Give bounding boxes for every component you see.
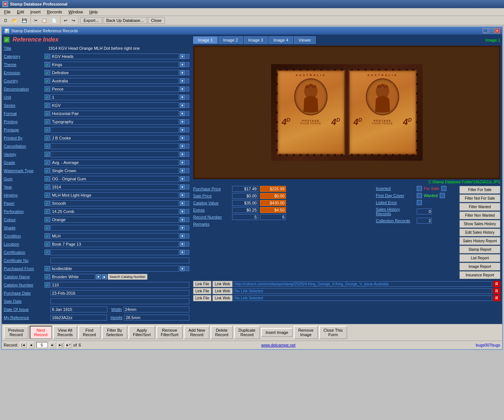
record-number-label[interactable]: Record Number [193, 215, 230, 219]
variety-checkbox[interactable] [45, 152, 50, 157]
maximize-button[interactable]: □ [489, 28, 494, 33]
reference-checkbox[interactable]: ✓ [4, 37, 10, 43]
shade-dropdown[interactable]: ▼ [180, 225, 185, 230]
link-web-3[interactable]: Link Web [212, 295, 233, 301]
location-input[interactable] [51, 241, 179, 247]
height-label[interactable]: Height [111, 315, 123, 320]
category-label[interactable]: Category [4, 54, 45, 59]
shade-scroll[interactable] [186, 225, 189, 230]
colour-input[interactable] [51, 217, 179, 223]
watermark-checkbox[interactable] [45, 168, 50, 173]
link-file-3[interactable]: Link File [193, 295, 211, 301]
menu-edit[interactable]: Edit [15, 9, 26, 15]
grade-label[interactable]: Grade [4, 160, 45, 165]
catalog-value-label[interactable]: Catalog Value [193, 201, 230, 205]
purchase-price-label[interactable]: Purchase Price [193, 187, 230, 191]
purchase-date-input[interactable] [51, 290, 189, 296]
toolbar-save[interactable]: 💾 [20, 17, 29, 24]
condition-label[interactable]: Condition [4, 234, 45, 238]
category-input[interactable] [51, 53, 179, 59]
format-dropdown[interactable]: ▼ [180, 111, 185, 116]
unit-label[interactable]: Unit [4, 95, 45, 99]
next-record-button[interactable]: NextRecord [30, 326, 52, 339]
date-of-issue-label[interactable]: Date Of Issue [4, 307, 45, 312]
printage-checkbox[interactable] [45, 127, 50, 132]
grade-checkbox[interactable] [45, 160, 50, 165]
gum-input[interactable] [51, 176, 179, 182]
cancellation-scroll[interactable] [186, 144, 189, 149]
extras-label[interactable]: Extras [193, 208, 230, 212]
add-new-record-button[interactable]: Add NewRecord [184, 326, 209, 339]
close-button[interactable]: ✕ [495, 28, 500, 33]
cert-no-label[interactable]: Certificate No [4, 258, 45, 263]
image-tab-3[interactable]: Image 3 [244, 36, 268, 44]
printed-by-input[interactable] [51, 135, 179, 141]
edit-sales-history-button[interactable]: Edit Sales History [459, 229, 500, 236]
category-dropdown[interactable]: ▼ [180, 54, 185, 59]
menu-records[interactable]: Records [45, 9, 64, 15]
view-all-records-button[interactable]: View AllRecords [53, 326, 77, 339]
record-number-left[interactable] [232, 214, 258, 220]
image-tab-4[interactable]: Image 4 [269, 36, 293, 44]
image-report-button[interactable]: Image Report [459, 263, 500, 270]
toolbar-export[interactable]: Export... [80, 17, 102, 24]
certification-checkbox[interactable] [45, 250, 50, 255]
watermark-scroll[interactable] [186, 168, 189, 173]
filter-not-for-sale-button[interactable]: Filter Not For Sale [459, 194, 500, 202]
perforation-scroll[interactable] [186, 209, 189, 214]
insert-image-button[interactable]: Insert Image [261, 328, 293, 337]
perforation-input[interactable] [51, 209, 179, 214]
theme-checkbox[interactable] [45, 62, 50, 67]
country-dropdown[interactable]: ▼ [180, 78, 185, 83]
for-sale-label[interactable]: For Sale [424, 186, 439, 191]
paper-checkbox[interactable] [45, 201, 50, 206]
colour-label[interactable]: Colour [4, 217, 45, 222]
stamp-report-button[interactable]: Stamp Report [459, 246, 500, 253]
listed-error-label[interactable]: Listed Error [376, 200, 415, 205]
minimize-button[interactable]: _ [483, 28, 488, 33]
location-dropdown[interactable]: ▼ [180, 242, 185, 247]
for-sale-checkbox[interactable] [441, 186, 446, 191]
catalog-name-checkbox[interactable] [45, 274, 50, 279]
gum-dropdown[interactable]: ▼ [180, 176, 185, 181]
grade-input[interactable] [51, 160, 179, 165]
paper-scroll[interactable] [186, 201, 189, 206]
toolbar-close[interactable]: Close [148, 17, 165, 24]
year-input[interactable] [51, 184, 179, 190]
menu-window[interactable]: Window [66, 9, 85, 15]
hinging-input[interactable] [51, 192, 179, 198]
extras-left[interactable] [232, 207, 258, 213]
search-catalog-number-button[interactable]: Search Catalog Number [108, 274, 147, 280]
menu-insert[interactable]: Insert [28, 9, 43, 15]
denomination-checkbox[interactable] [45, 86, 50, 92]
menu-file[interactable]: File [2, 9, 13, 15]
current-record-input[interactable] [36, 342, 48, 348]
hinging-label[interactable]: Hinging [4, 193, 45, 197]
denomination-input[interactable] [51, 86, 179, 92]
cert-no-input[interactable] [51, 257, 189, 263]
country-scroll[interactable] [186, 78, 189, 83]
series-scroll[interactable] [186, 103, 189, 108]
remarks-label[interactable]: Remarks [193, 222, 209, 226]
toolbar-backup[interactable]: Back Up Database... [103, 17, 147, 24]
catalog-number-checkbox[interactable] [45, 282, 50, 288]
purchased-from-input[interactable] [51, 266, 179, 272]
sale-price-left[interactable] [232, 193, 258, 199]
catalog-name-input[interactable] [51, 274, 95, 280]
format-label[interactable]: Format [4, 111, 45, 116]
link-remove-1[interactable]: R [493, 281, 500, 287]
find-record-button[interactable]: FindRecord [78, 326, 101, 339]
shade-checkbox[interactable] [45, 225, 50, 230]
toolbar-redo[interactable]: ↪ [70, 17, 77, 24]
link-web-1[interactable]: Link Web [212, 281, 233, 287]
certification-input[interactable] [51, 249, 179, 255]
country-label[interactable]: Country [4, 79, 45, 83]
unit-checkbox[interactable] [45, 95, 50, 100]
category-scroll[interactable] [186, 54, 189, 59]
series-label[interactable]: Series [4, 103, 45, 108]
condition-checkbox[interactable] [45, 233, 50, 239]
series-checkbox[interactable] [45, 103, 50, 108]
category-checkbox[interactable] [45, 54, 50, 59]
cancellation-input[interactable] [51, 143, 179, 149]
my-reference-input[interactable] [51, 315, 107, 321]
